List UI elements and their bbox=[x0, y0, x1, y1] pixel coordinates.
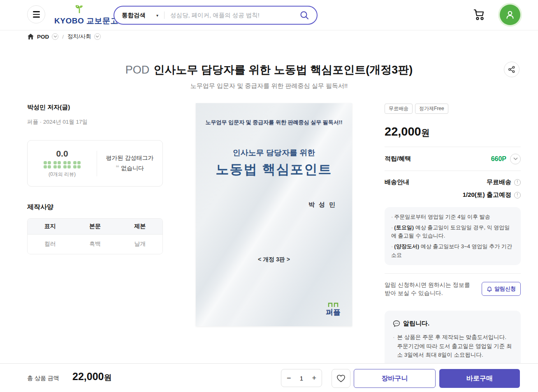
profile-button[interactable] bbox=[500, 5, 520, 25]
author[interactable]: 박성민 저자(글) bbox=[27, 104, 163, 111]
notify-section: 알림 신청하시면 원하시는 정보를 받아 보실 수 있습니다. 알림신청 bbox=[385, 281, 521, 297]
search-divider bbox=[164, 12, 165, 19]
cover-title: 노동법 핵심포인트 bbox=[196, 161, 352, 179]
spec-value-body: 흑백 bbox=[72, 235, 117, 254]
product-subtitle: 노무업무 입문자 및 중급자를 위한 판례중심 실무 필독서!! bbox=[0, 82, 538, 90]
quote-icon: ❝ bbox=[116, 164, 119, 172]
shipping-note: ·(토요일) 예상 출고일이 토요일일 경우, 익 영업일에 출고될 수 있습니… bbox=[391, 224, 514, 240]
clover-icon bbox=[53, 161, 61, 168]
free-shipping-badge: 무료배송 bbox=[385, 104, 413, 114]
spec-table: 표지 본문 제본 컬러 흑백 날개 bbox=[27, 218, 163, 254]
publisher-date: 퍼플 · 2024년 01월 17일 bbox=[27, 118, 163, 126]
notify-button[interactable]: 알림신청 bbox=[482, 282, 521, 296]
wishlist-button[interactable] bbox=[332, 369, 350, 388]
price: 22,000원 bbox=[385, 125, 521, 138]
notify-message: 알림 신청하시면 원하시는 정보를 받아 보실 수 있습니다. bbox=[385, 281, 470, 297]
shipping-free-line: 무료배송 ! bbox=[463, 178, 521, 186]
review-count: (0개의 리뷰) bbox=[28, 171, 97, 178]
purchase-column: 무료배송 정가제Free 22,000원 적립/혜택 660P 배송안내 무료배… bbox=[385, 104, 521, 392]
search-button[interactable] bbox=[299, 10, 309, 20]
chevron-down-icon[interactable] bbox=[94, 33, 101, 40]
sprout-icon bbox=[74, 4, 85, 16]
cover-author: 박 성 민 bbox=[308, 201, 336, 209]
shipping-note: ·(양장도서) 예상 출고일보다 3~4 영업일 추가 기간 소요 bbox=[391, 242, 514, 259]
points-row: 적립/혜택 660P bbox=[385, 147, 521, 171]
clover-rating-icons bbox=[28, 161, 97, 168]
info-icon[interactable]: ! bbox=[514, 179, 521, 186]
breadcrumb-item-pod[interactable]: POD bbox=[37, 34, 49, 40]
page-title: 인사노무 담당자를 위한 노동법 핵심포인트(개정3판) bbox=[153, 64, 413, 76]
publisher-book-icon bbox=[328, 302, 339, 307]
points-label: 적립/혜택 bbox=[385, 155, 411, 163]
share-button[interactable] bbox=[504, 62, 519, 77]
caret-down-icon: ▾ bbox=[156, 13, 158, 18]
spec-section-title: 제작사양 bbox=[27, 203, 163, 212]
spec-table-values: 컬러 흑백 날개 bbox=[28, 235, 162, 254]
search-icon bbox=[299, 10, 309, 20]
purchase-bottom-bar: 총 상품 금액 22,000원 − 1 + 장바구니 바로구매 bbox=[0, 363, 538, 392]
cover-tagline: 노무업무 입문자 및 중급자를 위한 판례중심 실무 필독서!! bbox=[196, 119, 352, 126]
kyobo-logo[interactable]: KYOBO 교보문고 bbox=[54, 4, 108, 26]
chevron-down-icon bbox=[513, 157, 518, 160]
spec-value-binding: 날개 bbox=[118, 235, 162, 254]
heart-icon bbox=[336, 374, 346, 383]
points-value: 660P bbox=[491, 155, 506, 163]
quantity-plus-button[interactable]: + bbox=[312, 374, 316, 382]
quantity-stepper: − 1 + bbox=[281, 369, 322, 387]
cover-publisher-logo: 퍼플 bbox=[326, 302, 341, 317]
sentiment-tag-message: 평가된 감성태그가 ❝없습니다 bbox=[97, 153, 162, 174]
total-price: 22,000원 bbox=[72, 371, 111, 383]
quantity-value[interactable]: 1 bbox=[300, 375, 303, 382]
pod-tag: POD bbox=[125, 64, 150, 76]
cart-icon bbox=[472, 8, 487, 22]
clover-icon bbox=[73, 161, 81, 168]
rating-score: 0.0 bbox=[28, 149, 97, 159]
search-category-select[interactable]: 통합검색 ▾ bbox=[122, 12, 158, 19]
speech-bubble-icon bbox=[393, 320, 400, 327]
bell-icon bbox=[487, 286, 492, 292]
buy-now-button[interactable]: 바로구매 bbox=[439, 369, 520, 388]
product-title-row: POD인사노무 담당자를 위한 노동법 핵심포인트(개정3판) bbox=[0, 62, 538, 77]
book-cover-image[interactable]: 노무업무 입문자 및 중급자를 위한 판례중심 실무 필독서!! 인사노무 담당… bbox=[196, 103, 352, 326]
header: KYOBO 교보문고 통합검색 ▾ bbox=[0, 0, 538, 30]
search-bar: 통합검색 ▾ bbox=[114, 6, 318, 25]
breadcrumb-separator: / bbox=[62, 34, 64, 40]
fixed-price-free-badge: 정가제Free bbox=[415, 104, 448, 114]
logo-text: KYOBO 교보문고 bbox=[54, 16, 118, 26]
shipping-date-line: 1/20(토) 출고예정 ! bbox=[463, 191, 521, 199]
badge-row: 무료배송 정가제Free bbox=[385, 104, 521, 114]
product-page: KYOBO 교보문고 통합검색 ▾ POD / 정치/사회 bbox=[0, 0, 538, 392]
cover-pre-title: 인사노무 담당자를 위한 bbox=[196, 148, 352, 158]
info-icon[interactable]: ! bbox=[514, 192, 521, 198]
shipping-note: ·주문일로부터 영업일 기준 4일 이후 발송 bbox=[391, 213, 514, 221]
profile-icon bbox=[505, 9, 515, 20]
shipping-label: 배송안내 bbox=[385, 178, 409, 204]
clover-icon bbox=[63, 161, 71, 168]
quantity-minus-button[interactable]: − bbox=[287, 374, 291, 382]
notice-body: · 본 상품은 주문 후 제작되는 맞춤도서입니다. 주문기간에 따라 도서 출… bbox=[393, 333, 512, 360]
search-input[interactable] bbox=[170, 12, 299, 18]
rating-card: 0.0 (0개의 리뷰) 평가된 감성태그가 ❝없습니다 bbox=[27, 140, 163, 187]
cover-edition: < 개정 3판 > bbox=[196, 256, 352, 263]
hamburger-menu-button[interactable] bbox=[27, 5, 45, 23]
add-to-cart-button[interactable]: 장바구니 bbox=[354, 369, 436, 388]
notice-header: 알립니다. bbox=[393, 320, 512, 327]
spec-header-binding: 제본 bbox=[118, 219, 162, 234]
spec-header-body: 본문 bbox=[72, 219, 117, 234]
clover-icon bbox=[44, 161, 51, 168]
home-icon[interactable] bbox=[27, 33, 34, 40]
chevron-down-icon[interactable] bbox=[52, 33, 58, 40]
rating-score-block: 0.0 (0개의 리뷰) bbox=[28, 149, 97, 178]
breadcrumb-item-category[interactable]: 정치/사회 bbox=[67, 33, 91, 40]
cart-button[interactable] bbox=[472, 7, 487, 23]
menu-icon bbox=[33, 11, 40, 12]
spec-table-header: 표지 본문 제본 bbox=[28, 219, 162, 235]
share-icon bbox=[508, 66, 515, 73]
spec-value-cover: 컬러 bbox=[28, 235, 72, 254]
shipping-section: 배송안내 무료배송 ! 1/20(토) 출고예정 ! bbox=[385, 171, 521, 204]
spec-header-cover: 표지 bbox=[28, 219, 72, 234]
product-info-column: 박성민 저자(글) 퍼플 · 2024년 01월 17일 0.0 (0개의 리뷰… bbox=[27, 104, 163, 254]
breadcrumb: POD / 정치/사회 bbox=[27, 33, 101, 40]
points-expand-button[interactable] bbox=[510, 154, 521, 164]
shipping-notes-box: ·주문일로부터 영업일 기준 4일 이후 발송 ·(토요일) 예상 출고일이 토… bbox=[385, 207, 521, 265]
